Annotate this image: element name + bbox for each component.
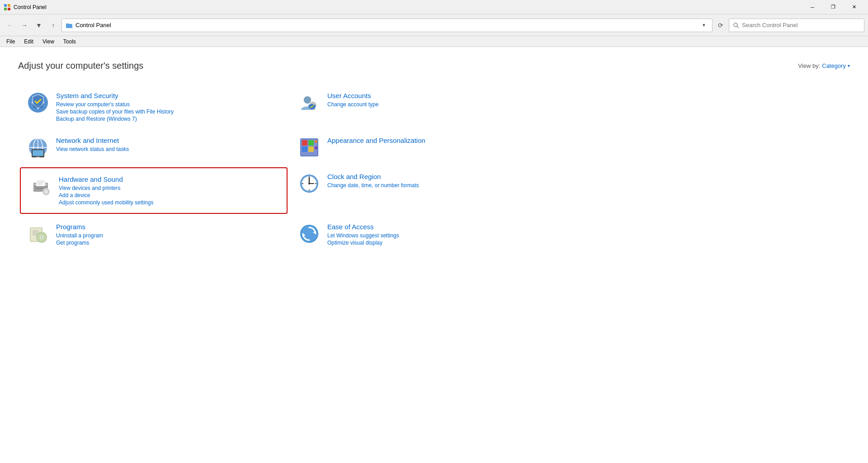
hardware-sound-link[interactable]: Adjust commonly used mobility settings bbox=[59, 199, 278, 206]
content-header: Adjust your computer's settings View by:… bbox=[18, 61, 850, 71]
system-security-text: System and SecurityReview your computer'… bbox=[56, 92, 280, 122]
address-bar-folder-icon bbox=[66, 22, 73, 29]
svg-rect-2 bbox=[4, 8, 7, 10]
back-button[interactable]: ← bbox=[4, 19, 16, 32]
clock-region-title[interactable]: Clock and Region bbox=[327, 173, 552, 180]
network-internet-link[interactable]: View network status and tasks bbox=[56, 146, 280, 152]
user-accounts-icon bbox=[298, 92, 320, 113]
clock-region-text: Clock and RegionChange date, time, or nu… bbox=[327, 173, 552, 189]
system-security-icon bbox=[27, 92, 49, 113]
hardware-sound-links: View devices and printersAdd a deviceAdj… bbox=[59, 185, 278, 206]
title-bar: Control Panel ─ ❐ ✕ bbox=[0, 0, 868, 14]
svg-rect-21 bbox=[36, 156, 40, 157]
programs-text: ProgramsUninstall a programGet programs bbox=[56, 223, 280, 246]
ease-of-access-text: Ease of AccessLet Windows suggest settin… bbox=[327, 223, 552, 246]
programs-link[interactable]: Get programs bbox=[56, 240, 280, 246]
search-icon bbox=[733, 22, 739, 28]
hardware-sound-link[interactable]: Add a device bbox=[59, 192, 278, 198]
maximize-button[interactable]: ❐ bbox=[823, 0, 844, 14]
forward-button[interactable]: → bbox=[18, 19, 31, 32]
title-bar-title: Control Panel bbox=[14, 4, 47, 10]
address-bar: Control Panel ▼ bbox=[61, 19, 712, 32]
category-item-hardware-sound: Hardware and SoundView devices and print… bbox=[20, 167, 288, 214]
svg-point-7 bbox=[734, 23, 737, 27]
svg-point-13 bbox=[304, 96, 311, 104]
system-security-link[interactable]: Review your computer's status bbox=[56, 101, 280, 108]
ease-of-access-link[interactable]: Optimize visual display bbox=[327, 240, 552, 246]
search-box bbox=[729, 19, 864, 32]
user-accounts-title[interactable]: User Accounts bbox=[327, 92, 552, 99]
ease-of-access-links: Let Windows suggest settingsOptimize vis… bbox=[327, 232, 552, 246]
svg-rect-29 bbox=[315, 146, 317, 149]
network-internet-links: View network status and tasks bbox=[56, 146, 280, 152]
system-security-link[interactable]: Backup and Restore (Windows 7) bbox=[56, 116, 280, 122]
programs-link[interactable]: Uninstall a program bbox=[56, 232, 280, 239]
svg-rect-3 bbox=[8, 8, 10, 10]
view-by-arrow[interactable]: ▾ bbox=[848, 63, 850, 68]
programs-links: Uninstall a programGet programs bbox=[56, 232, 280, 246]
menu-file[interactable]: File bbox=[2, 38, 19, 46]
svg-point-58 bbox=[41, 237, 42, 238]
refresh-button[interactable]: ⟳ bbox=[714, 19, 727, 32]
nav-bar: ← → ▼ ↑ Control Panel ▼ ⟳ bbox=[0, 14, 868, 36]
clock-region-icon bbox=[298, 173, 320, 194]
up-button[interactable]: ↑ bbox=[47, 19, 60, 32]
category-item-user-accounts: User AccountsChange account type bbox=[289, 85, 561, 129]
view-by-value[interactable]: Category bbox=[822, 62, 846, 69]
view-by: View by: Category ▾ bbox=[798, 62, 850, 69]
search-input[interactable] bbox=[742, 22, 860, 28]
svg-line-8 bbox=[737, 26, 739, 28]
title-bar-left: Control Panel bbox=[4, 4, 47, 11]
hardware-sound-title[interactable]: Hardware and Sound bbox=[59, 175, 278, 183]
svg-rect-34 bbox=[36, 180, 45, 186]
svg-rect-25 bbox=[308, 140, 314, 146]
menu-tools[interactable]: Tools bbox=[59, 38, 80, 46]
address-text: Control Panel bbox=[75, 22, 697, 28]
menu-edit[interactable]: Edit bbox=[19, 38, 38, 46]
address-dropdown-button[interactable]: ▼ bbox=[699, 19, 708, 32]
page-title: Adjust your computer's settings bbox=[18, 61, 143, 71]
svg-rect-24 bbox=[302, 140, 307, 146]
svg-rect-6 bbox=[66, 24, 72, 28]
svg-rect-26 bbox=[302, 146, 307, 152]
svg-rect-27 bbox=[308, 146, 314, 152]
clock-region-link[interactable]: Change date, time, or number formats bbox=[327, 182, 552, 189]
programs-icon bbox=[27, 223, 49, 245]
categories-grid: System and SecurityReview your computer'… bbox=[18, 85, 561, 253]
appearance-personalization-icon bbox=[298, 137, 320, 158]
svg-point-40 bbox=[46, 191, 47, 192]
dropdown-recents-button[interactable]: ▼ bbox=[33, 19, 45, 32]
clock-region-links: Change date, time, or number formats bbox=[327, 182, 552, 189]
svg-rect-28 bbox=[315, 140, 317, 143]
category-item-programs: ProgramsUninstall a programGet programs bbox=[18, 216, 289, 253]
hardware-sound-icon bbox=[30, 175, 52, 197]
user-accounts-text: User AccountsChange account type bbox=[327, 92, 552, 108]
ease-of-access-title[interactable]: Ease of Access bbox=[327, 223, 552, 231]
hardware-sound-link[interactable]: View devices and printers bbox=[59, 185, 278, 191]
system-security-title[interactable]: System and Security bbox=[56, 92, 280, 99]
user-accounts-link[interactable]: Change account type bbox=[327, 101, 552, 108]
title-bar-icon bbox=[4, 4, 11, 11]
category-item-ease-of-access: Ease of AccessLet Windows suggest settin… bbox=[289, 216, 561, 253]
category-item-system-security: System and SecurityReview your computer'… bbox=[18, 85, 289, 129]
svg-rect-1 bbox=[8, 4, 10, 7]
menu-view[interactable]: View bbox=[38, 38, 59, 46]
user-accounts-links: Change account type bbox=[327, 101, 552, 108]
category-item-network-internet: Network and InternetView network status … bbox=[18, 129, 289, 165]
title-bar-controls: ─ ❐ ✕ bbox=[802, 0, 864, 14]
svg-rect-20 bbox=[33, 150, 43, 156]
svg-rect-32 bbox=[35, 186, 46, 187]
category-item-appearance-personalization: Appearance and Personalization bbox=[289, 129, 561, 165]
programs-title[interactable]: Programs bbox=[56, 223, 280, 231]
main-content: Adjust your computer's settings View by:… bbox=[0, 47, 868, 463]
minimize-button[interactable]: ─ bbox=[802, 0, 823, 14]
network-internet-icon bbox=[27, 137, 49, 158]
menu-bar: File Edit View Tools bbox=[0, 36, 868, 47]
ease-of-access-link[interactable]: Let Windows suggest settings bbox=[327, 232, 552, 239]
appearance-personalization-text: Appearance and Personalization bbox=[327, 137, 552, 146]
network-internet-title[interactable]: Network and Internet bbox=[56, 137, 280, 144]
close-button[interactable]: ✕ bbox=[844, 0, 864, 14]
view-by-label: View by: bbox=[798, 62, 820, 69]
system-security-link[interactable]: Save backup copies of your files with Fi… bbox=[56, 109, 280, 115]
appearance-personalization-title[interactable]: Appearance and Personalization bbox=[327, 137, 552, 144]
